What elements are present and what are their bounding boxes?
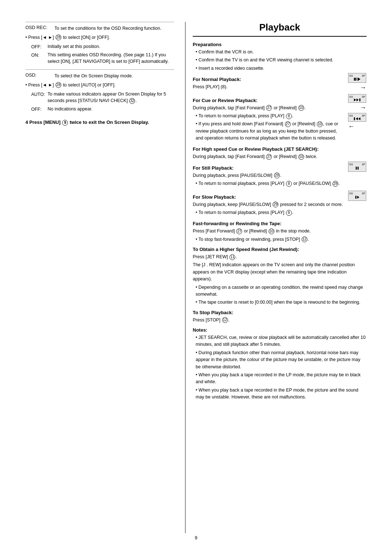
still-playback-text: During playback, press [PAUSE/SLOW] 29.	[193, 172, 345, 179]
osd-options: AUTO: To make various indicators appear …	[31, 91, 174, 113]
prep-item-2: Confirm that the TV is on and the VCR vi…	[196, 57, 367, 64]
notes-section: Notes: JET SEARCH, cue, review or slow p…	[193, 327, 367, 401]
fast-forward-heading: Fast-forwarding or Rewinding the Tape:	[193, 221, 367, 226]
cue-review-content: For Cue or Review Playback: During playb…	[193, 94, 345, 143]
jet-rewind-section: To Obtain a Higher Speed Rewind (Jet Rew…	[193, 247, 367, 306]
cue-review-text: During playback, tap [Fast Forward] 27 o…	[193, 105, 345, 112]
stop-playback-section: To Stop Playback: Press [STOP] 12.	[193, 310, 367, 324]
auto-key: AUTO:	[31, 91, 48, 105]
high-speed-text: During playback, tap [Fast Forward] 27 o…	[193, 153, 367, 160]
still-playback-heading: For Still Playback:	[193, 165, 345, 171]
high-speed-heading: For High speed Cue or Review Playback (J…	[193, 146, 367, 152]
osd-rec-label: OSD REC:	[25, 25, 54, 32]
normal-playback-heading: For Normal Playback:	[193, 77, 345, 82]
fast-forward-text: Press [Fast Forward] 27 or [Rewind] 10 i…	[193, 228, 367, 235]
step4: 4 Press [MENU] 9 twice to exit the On Sc…	[25, 119, 174, 126]
osd-rec-press: • Press [◄ ►] 28 to select [ON] or [OFF]…	[25, 34, 174, 41]
jet-rewind-bullet-1: Depending on a cassette or an operating …	[196, 284, 367, 298]
still-playback-content: For Still Playback: During playback, pre…	[193, 162, 345, 189]
off-key2: OFF:	[31, 106, 48, 113]
notes-heading: Notes:	[193, 327, 367, 333]
jet-rewind-bullet-2: The tape counter is reset to [0:00.00] w…	[196, 299, 367, 306]
right-column: Playback Preparations Confirm that the V…	[185, 22, 367, 533]
osd-rec-section: OSD REC: To set the conditions for the O…	[25, 22, 174, 65]
fast-forward-bullet: To stop fast-forwarding or rewinding, pr…	[196, 236, 367, 243]
on-val: This setting enables OSD Recording. (See…	[48, 52, 174, 65]
still-bullet-1: To return to normal playback, press [PLA…	[196, 180, 345, 187]
on-key: ON:	[31, 52, 48, 65]
page-title: Playback	[193, 22, 367, 37]
note-2: During playback function other than norm…	[196, 349, 367, 370]
osd-label: OSD:	[25, 73, 54, 80]
cue-bullet-1: To return to normal playback, press [PLA…	[196, 113, 345, 119]
normal-playback-section: For Normal Playback: Press [PLAY] (8). G…	[193, 73, 367, 92]
osd-desc: To select the On Screen Display mode.	[54, 73, 174, 80]
osd-rec-desc: To set the conditions for the OSD Record…	[54, 25, 174, 32]
stop-playback-text: Press [STOP] 12.	[193, 317, 367, 324]
note-4: When you play back a tape recorded in th…	[196, 387, 367, 401]
slow-playback-text: During playback, keep [PAUSE/SLOW] 29 pr…	[193, 201, 345, 208]
off-val: Initially set at this position.	[48, 43, 174, 50]
slow-bullet-1: To return to normal playback, press [PLA…	[196, 209, 345, 216]
fast-forward-section: Fast-forwarding or Rewinding the Tape: P…	[193, 221, 367, 243]
still-playback-icon: GSSP	[348, 162, 367, 173]
prep-item-1: Confirm that the VCR is on.	[196, 49, 367, 56]
jet-rewind-body: The [J . REW] indication appears on the …	[193, 262, 367, 283]
osd-section: OSD: To select the On Screen Display mod…	[25, 69, 174, 113]
jet-rewind-text: Press [JET REW] 11.	[193, 254, 367, 260]
normal-playback-content: For Normal Playback: Press [PLAY] (8).	[193, 73, 345, 92]
normal-playback-text: Press [PLAY] (8).	[193, 84, 345, 90]
left-column: OSD REC: To set the conditions for the O…	[25, 22, 185, 533]
preparations-section: Preparations Confirm that the VCR is on.…	[193, 42, 367, 72]
note-3: When you play back a tape recorded in th…	[196, 372, 367, 386]
stop-playback-heading: To Stop Playback:	[193, 310, 367, 315]
cue-bullet-2: If you press and hold down [Fast Forward…	[196, 121, 345, 142]
high-speed-section: For High speed Cue or Review Playback (J…	[193, 146, 367, 160]
cue-review-icons: GSSP → GSSP	[348, 94, 367, 130]
auto-val: To make various indicators appear On Scr…	[48, 91, 174, 105]
page-number: 9	[25, 535, 367, 540]
cue-review-heading: For Cue or Review Playback:	[193, 98, 345, 103]
slow-playback-icon: GSSP	[348, 191, 367, 202]
off-val2: No indications appear.	[48, 106, 174, 113]
preparations-heading: Preparations	[193, 42, 367, 47]
osd-rec-options: OFF: Initially set at this position. ON:…	[31, 43, 174, 65]
cue-review-section: For Cue or Review Playback: During playb…	[193, 94, 367, 143]
off-key: OFF:	[31, 43, 48, 50]
slow-playback-heading: For Slow Playback:	[193, 194, 345, 200]
prep-item-3: Insert a recorded video cassette.	[196, 65, 367, 72]
osd-press: • Press [◄ ►] 28 to select [AUTO] or [OF…	[25, 82, 174, 89]
jet-rewind-heading: To Obtain a Higher Speed Rewind (Jet Rew…	[193, 247, 367, 252]
slow-playback-section: For Slow Playback: During playback, keep…	[193, 191, 367, 218]
normal-playback-icon: GSSP →	[348, 73, 367, 92]
slow-playback-content: For Slow Playback: During playback, keep…	[193, 191, 345, 218]
note-1: JET SEARCH, cue, review or slow playback…	[196, 334, 367, 348]
still-playback-section: For Still Playback: During playback, pre…	[193, 162, 367, 189]
